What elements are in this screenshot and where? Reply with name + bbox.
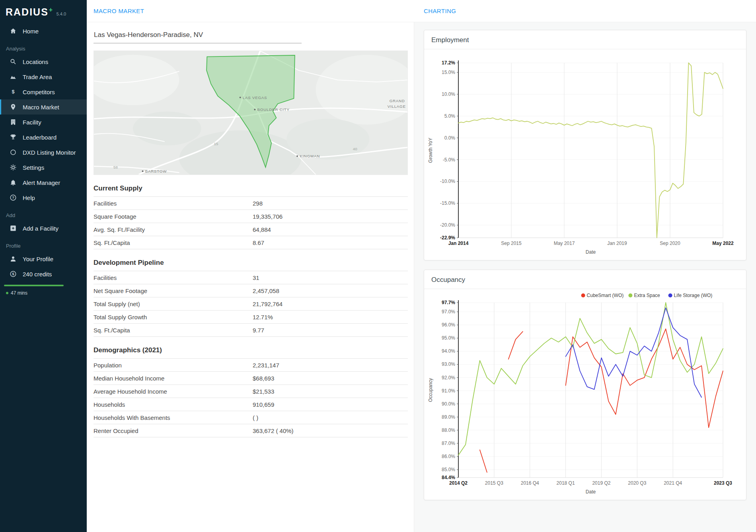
svg-text:$: $ xyxy=(12,89,14,95)
y-tick-label: 95.0% xyxy=(442,335,455,341)
bell-icon xyxy=(10,179,17,186)
home-icon xyxy=(10,27,17,35)
x-tick-label: 2014 Q2 xyxy=(449,480,468,486)
y-tick-label: 0.0% xyxy=(444,135,456,141)
sidebar-item-trade-area[interactable]: Trade Area xyxy=(0,69,87,84)
y-tick-label: 91.0% xyxy=(442,388,455,394)
sidebar-item-facility[interactable]: Facility xyxy=(0,115,87,130)
table-row: Median Household Income$68,693 xyxy=(94,372,408,385)
y-tick-label: 97.7% xyxy=(442,300,455,305)
row-value: 298 xyxy=(253,200,408,207)
sidebar-item-leaderboard[interactable]: Leaderboard xyxy=(0,130,87,145)
map-label-village: VILLAGE xyxy=(388,104,406,109)
x-tick-label: 2015 Q3 xyxy=(485,480,503,486)
legend-item-extra-space[interactable]: Extra Space xyxy=(628,293,660,298)
row-value: $68,693 xyxy=(253,375,408,382)
row-value: 363,672 ( 40%) xyxy=(253,427,408,434)
sidebar-item-label: Add a Facility xyxy=(23,225,58,232)
occupancy-chart-area[interactable]: 97.7%97.0%96.0%95.0%94.0%93.0%92.0%91.0%… xyxy=(424,289,746,500)
legend-item-cubesmart-wo[interactable]: CubeSmart (WO) xyxy=(581,293,624,298)
map-city-dot xyxy=(142,171,144,172)
map-road-number: 15 xyxy=(214,142,218,146)
row-label: Square Footage xyxy=(94,213,253,220)
sidebar-item-240-credits[interactable]: $240 credits xyxy=(0,266,87,282)
gear-icon xyxy=(10,164,17,171)
sidebar-item-label: Help xyxy=(23,194,35,201)
sidebar-item-locations[interactable]: Locations xyxy=(0,54,87,69)
sidebar-item-competitors[interactable]: $Competitors xyxy=(0,84,87,99)
sidebar-item-alert-manager[interactable]: Alert Manager xyxy=(0,175,87,190)
svg-text:?: ? xyxy=(12,196,14,200)
table-row: Total Supply (net)21,792,764 xyxy=(94,297,408,311)
row-value: 2,231,147 xyxy=(253,362,408,369)
sidebar-item-label: Settings xyxy=(23,164,44,171)
map-city-dot xyxy=(254,109,255,111)
table-row: Total Supply Growth12.71% xyxy=(94,311,408,324)
y-tick-label: -22.9% xyxy=(440,235,455,241)
table-row: Households With Basements( ) xyxy=(94,411,408,424)
sidebar-item-settings[interactable]: Settings xyxy=(0,160,87,175)
market-map[interactable]: LAS VEGASBOULDER CITYKINGMANGRANDVILLAGE… xyxy=(94,50,408,175)
sidebar-item-label: Trade Area xyxy=(23,74,52,80)
row-label: Households With Basements xyxy=(94,414,253,421)
y-tick-label: -15.0% xyxy=(440,200,455,206)
occupancy-card: Occupancy 97.7%97.0%96.0%95.0%94.0%93.0%… xyxy=(424,270,746,500)
legend-label: Life Storage (WO) xyxy=(674,293,713,298)
map-label-kingman: KINGMAN xyxy=(300,154,320,158)
table-row: Sq. Ft./Capita8.67 xyxy=(94,236,408,249)
header-left: MACRO MARKET xyxy=(87,8,414,15)
header-right: CHARTING xyxy=(414,8,456,15)
employment-chart-area[interactable]: 17.2%15.0%10.0%5.0%0.0%-5.0%-10.0%-15.0%… xyxy=(424,49,746,260)
map-city-dot xyxy=(296,155,298,157)
help-icon: ? xyxy=(10,194,17,201)
table-row: Population2,231,147 xyxy=(94,359,408,372)
row-value: 2,457,058 xyxy=(253,287,408,294)
y-tick-label: 87.0% xyxy=(442,441,455,446)
coin-icon: $ xyxy=(10,270,17,278)
y-tick-label: 96.0% xyxy=(442,322,455,328)
row-label: Median Household Income xyxy=(94,375,253,382)
search-icon xyxy=(10,58,17,65)
table-row: Facilities298 xyxy=(94,197,408,210)
table-row: Households910,659 xyxy=(94,398,408,411)
person-icon xyxy=(10,255,17,262)
sidebar-item-add-a-facility[interactable]: Add a Facility xyxy=(0,221,87,236)
stat-table: Population2,231,147Median Household Inco… xyxy=(94,358,408,437)
sidebar: RADIUS+ 5.4.0 HomeAnalysisLocationsTrade… xyxy=(0,0,87,532)
sidebar-item-help[interactable]: ?Help xyxy=(0,190,87,205)
row-label: Renter Occupied xyxy=(94,427,253,434)
row-value: 9.77 xyxy=(253,327,408,334)
row-label: Population xyxy=(94,362,253,369)
row-label: Facilities xyxy=(94,274,253,281)
row-label: Sq. Ft./Capita xyxy=(94,327,253,334)
sidebar-item-your-profile[interactable]: Your Profile xyxy=(0,251,87,266)
y-tick-label: 97.0% xyxy=(442,309,455,315)
y-tick-label: 92.0% xyxy=(442,375,455,381)
dollar-icon: $ xyxy=(10,88,17,95)
market-map-svg: LAS VEGASBOULDER CITYKINGMANGRANDVILLAGE… xyxy=(94,51,407,175)
sidebar-item-label: Home xyxy=(23,28,39,35)
y-tick-label: 84.4% xyxy=(442,475,455,480)
x-tick-label: Jan 2019 xyxy=(607,241,627,246)
stat-table: Facilities298Square Footage19,335,706Avg… xyxy=(94,196,408,249)
sidebar-item-macro-market[interactable]: Macro Market xyxy=(0,99,87,115)
circle-icon xyxy=(10,149,17,156)
x-tick-label: May 2017 xyxy=(554,241,575,246)
x-tick-label: 2016 Q4 xyxy=(521,480,539,486)
stat-table: Facilities31Net Square Footage2,457,058T… xyxy=(94,271,408,337)
session-timer: 47 mins xyxy=(0,290,87,296)
sidebar-item-dxd-listing-monitor[interactable]: DXD Listing Monitor xyxy=(0,145,87,160)
sidebar-item-home[interactable]: Home xyxy=(0,23,87,39)
y-tick-label: -10.0% xyxy=(440,179,455,184)
sidebar-section-label-analysis: Analysis xyxy=(0,43,87,54)
credits-progress-bar xyxy=(4,285,64,286)
brand-version: 5.4.0 xyxy=(57,12,66,16)
sidebar-item-label: Alert Manager xyxy=(23,179,60,186)
map-road-number: 58 xyxy=(113,165,118,169)
legend-item-life-storage-wo[interactable]: Life Storage (WO) xyxy=(668,293,713,298)
market-title-field[interactable]: Las Vegas-Henderson-Paradise, NV xyxy=(94,29,302,43)
x-axis-title: Date xyxy=(586,489,596,495)
y-tick-label: 94.0% xyxy=(442,348,455,354)
row-value: 19,335,706 xyxy=(253,213,408,220)
trophy-icon xyxy=(10,134,17,141)
